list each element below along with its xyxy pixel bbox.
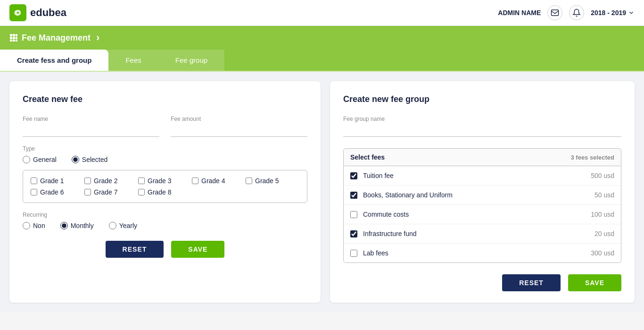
fees-list: Tuition fee 500 usd Books, Stationary an… [343,166,621,263]
fee-row-books: Books, Stationary and Uniform 50 usd [344,186,621,205]
grade-6-checkbox[interactable] [31,189,37,195]
tuition-fee-checkbox[interactable] [350,172,357,179]
type-section: Type General Selected [23,145,307,163]
recurring-non-radio[interactable] [23,222,30,229]
fee-name-input[interactable] [23,123,159,137]
grade-7-item[interactable]: Grade 7 [84,188,127,196]
fee-reset-button[interactable]: RESET [106,241,164,258]
grade-row-1: Grade 1 Grade 2 Grade 3 Grade 4 Grade 5 [31,177,299,185]
recurring-yearly-radio[interactable] [109,222,116,229]
books-fee-name: Books, Stationary and Uniform [363,191,453,199]
grade-5-item[interactable]: Grade 5 [246,177,288,185]
topbar-arrow: › [96,32,99,44]
type-label: Type [23,145,307,152]
fee-amount-field: Fee amount [171,116,307,137]
svg-rect-6 [16,37,17,39]
grade-6-item[interactable]: Grade 6 [31,188,73,196]
grade-3-item[interactable]: Grade 3 [138,177,181,185]
fee-group-name-row: Fee group name [343,116,621,137]
fee-save-button[interactable]: SAVE [171,241,224,258]
books-fee-amount: 50 usd [594,191,614,199]
select-fees-header: Select fees 3 fees selected [343,148,621,166]
grade-8-item[interactable]: Grade 8 [138,188,181,196]
commute-fee-amount: 100 usd [591,211,614,218]
recurring-section: Recurring Non Monthly Yearly [23,212,307,229]
fee-group-buttons-row: RESET SAVE [343,274,621,291]
logo: edubea [9,4,66,21]
tab-fee-group[interactable]: Fee group [158,50,224,71]
svg-rect-0 [552,10,559,16]
create-fee-group-card: Create new fee group Fee group name Sele… [330,81,635,303]
fee-amount-label: Fee amount [171,116,307,122]
fee-group-name-input[interactable] [343,123,621,137]
type-radio-row: General Selected [23,156,307,163]
grade-1-checkbox[interactable] [31,178,37,184]
recurring-yearly-option[interactable]: Yearly [109,222,137,229]
year-label: 2018 - 2019 [591,9,626,17]
fee-row-infrastructure: Infrastructure fund 20 usd [344,224,621,244]
fee-group-name-label: Fee group name [343,116,621,122]
recurring-monthly-option[interactable]: Monthly [60,222,94,229]
grade-4-checkbox[interactable] [192,178,198,184]
header-right: ADMIN NAME 2018 - 2019 [498,5,635,20]
tabs: Create fess and group Fees Fee group [0,50,644,72]
menu-grid-icon [9,34,18,42]
fee-group-reset-button[interactable]: RESET [502,274,561,291]
fee-name-label: Fee name [23,116,159,122]
grade-selection-box: Grade 1 Grade 2 Grade 3 Grade 4 Grade 5 [23,170,307,203]
svg-rect-4 [10,37,12,39]
admin-name-label: ADMIN NAME [498,9,541,17]
lab-fee-checkbox[interactable] [350,250,357,257]
fee-group-save-button[interactable]: SAVE [568,274,621,291]
logo-icon [9,4,26,21]
svg-rect-8 [13,40,15,42]
fee-name-amount-row: Fee name Fee amount [23,116,307,137]
grade-7-checkbox[interactable] [84,189,91,195]
grade-4-item[interactable]: Grade 4 [192,177,234,185]
recurring-monthly-radio[interactable] [60,222,68,229]
grade-2-checkbox[interactable] [84,178,91,184]
svg-rect-5 [13,37,15,39]
svg-rect-2 [13,34,15,36]
lab-fee-amount: 300 usd [591,249,614,257]
grade-5-checkbox[interactable] [246,178,252,184]
type-selected-option[interactable]: Selected [72,156,107,163]
type-general-option[interactable]: General [23,156,57,163]
recurring-non-option[interactable]: Non [23,222,45,229]
tuition-fee-amount: 500 usd [591,172,614,179]
main-content: Create new fee Fee name Fee amount Type … [0,72,644,312]
email-icon[interactable] [547,5,562,20]
recurring-radio-row: Non Monthly Yearly [23,222,307,229]
tab-create-fees-group[interactable]: Create fess and group [0,50,108,71]
commute-fee-checkbox[interactable] [350,211,357,218]
svg-rect-7 [10,40,12,42]
lab-fee-name: Lab fees [363,249,388,257]
grade-8-checkbox[interactable] [138,189,145,195]
grade-3-checkbox[interactable] [138,178,145,184]
fee-row-tuition: Tuition fee 500 usd [344,166,621,186]
bell-icon[interactable] [569,5,584,20]
logo-text: edubea [30,7,66,19]
svg-rect-9 [16,40,17,42]
fees-selected-badge: 3 fees selected [570,154,614,161]
tuition-fee-name: Tuition fee [363,172,394,179]
svg-rect-3 [16,34,17,36]
type-selected-radio[interactable] [72,156,79,163]
create-fee-title: Create new fee [23,94,307,104]
year-selector[interactable]: 2018 - 2019 [591,9,635,17]
fee-row-commute: Commute costs 100 usd [344,205,621,224]
tab-fees[interactable]: Fees [108,50,158,71]
type-general-radio[interactable] [23,156,30,163]
page-title: Fee Management › [9,32,99,44]
books-fee-checkbox[interactable] [350,192,357,199]
create-fee-group-title: Create new fee group [343,94,621,104]
fee-amount-input[interactable] [171,123,307,137]
fee-name-field: Fee name [23,116,159,137]
fee-row-lab: Lab fees 300 usd [344,244,621,262]
grade-2-item[interactable]: Grade 2 [84,177,127,185]
grade-1-item[interactable]: Grade 1 [31,177,73,185]
select-fees-label: Select fees [350,153,385,161]
svg-rect-1 [10,34,12,36]
commute-fee-name: Commute costs [363,211,409,218]
infrastructure-fee-checkbox[interactable] [350,230,357,237]
